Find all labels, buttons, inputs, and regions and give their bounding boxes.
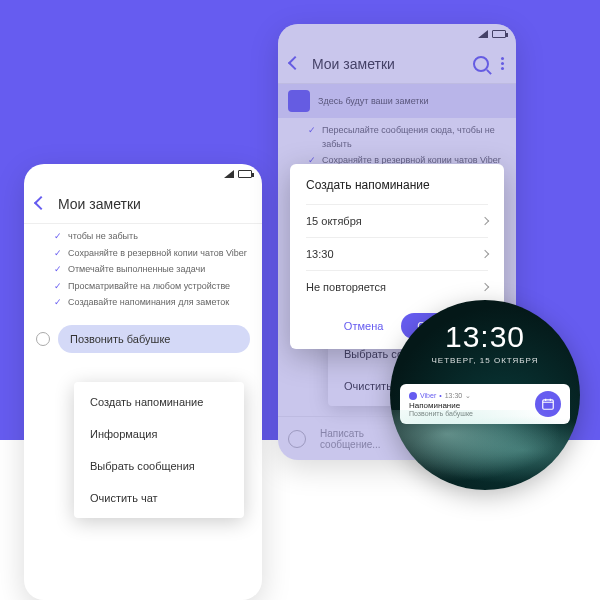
select-radio[interactable] — [36, 332, 50, 346]
status-bar — [24, 164, 262, 184]
menu-select-messages[interactable]: Выбрать сообщения — [74, 450, 244, 482]
hint-text: Сохраняйте в резервной копии чатов Viber — [68, 247, 247, 261]
message-row[interactable]: Позвонить бабушке — [24, 319, 262, 359]
notification-app-row: Viber • 13:30 ⌄ — [409, 392, 527, 400]
bullet: • — [439, 392, 441, 399]
signal-icon — [224, 170, 234, 178]
context-menu: Создать напоминание Информация Выбрать с… — [74, 382, 244, 518]
check-icon: ✓ — [54, 230, 62, 244]
hint-text: Просматривайте на любом устройстве — [68, 280, 230, 294]
dialog-time-value: 13:30 — [306, 248, 334, 260]
page-title: Мои заметки — [58, 196, 254, 212]
dialog-repeat-value: Не повторяется — [306, 281, 386, 293]
chevron-down-icon: ⌄ — [465, 392, 471, 400]
dialog-time-row[interactable]: 13:30 — [306, 237, 488, 270]
dialog-date-row[interactable]: 15 октября — [306, 204, 488, 237]
menu-clear-chat[interactable]: Очистить чат — [74, 482, 244, 514]
message-bubble[interactable]: Позвонить бабушке — [58, 325, 250, 353]
dialog-title: Создать напоминание — [306, 178, 488, 192]
menu-create-reminder[interactable]: Создать напоминание — [74, 386, 244, 418]
svg-rect-0 — [543, 400, 554, 409]
notification-app: Viber — [420, 392, 436, 399]
check-icon: ✓ — [54, 296, 62, 310]
dialog-date-value: 15 октября — [306, 215, 362, 227]
cancel-button[interactable]: Отмена — [336, 314, 391, 338]
notification-time: 13:30 — [445, 392, 463, 399]
chevron-right-icon — [481, 250, 489, 258]
menu-information[interactable]: Информация — [74, 418, 244, 450]
notes-hint-list: ✓чтобы не забыть ✓Сохраняйте в резервной… — [24, 224, 262, 319]
dialog-repeat-row[interactable]: Не повторяется — [306, 270, 488, 303]
chevron-right-icon — [481, 283, 489, 291]
app-bar: Мои заметки — [24, 184, 262, 224]
hint-text: Создавайте напоминания для заметок — [68, 296, 229, 310]
hint-text: Отмечайте выполненные задачи — [68, 263, 205, 277]
battery-icon — [238, 170, 252, 178]
check-icon: ✓ — [54, 280, 62, 294]
lockscreen-wallpaper — [390, 410, 580, 490]
viber-dot-icon — [409, 392, 417, 400]
lock-date: ЧЕТВЕРГ, 15 ОКТЯБРЯ — [390, 356, 580, 365]
lockscreen-preview: 13:30 ЧЕТВЕРГ, 15 ОКТЯБРЯ Viber • 13:30 … — [390, 300, 580, 490]
back-icon[interactable] — [32, 195, 50, 213]
hint-text: чтобы не забыть — [68, 230, 138, 244]
check-icon: ✓ — [54, 247, 62, 261]
check-icon: ✓ — [54, 263, 62, 277]
notification-title: Напоминание — [409, 401, 527, 410]
chevron-right-icon — [481, 217, 489, 225]
phone-left: Мои заметки ✓чтобы не забыть ✓Сохраняйте… — [24, 164, 262, 600]
